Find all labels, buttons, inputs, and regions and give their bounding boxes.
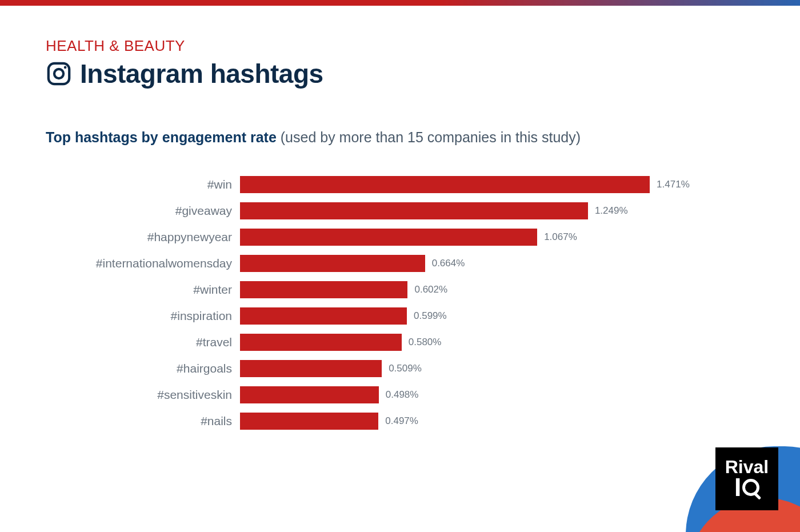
value-label: 0.497%	[385, 415, 418, 427]
subtitle-bold: Top hashtags by engagement rate	[46, 129, 277, 145]
bar-cell: 0.602%	[240, 281, 754, 298]
instagram-icon	[46, 61, 72, 87]
chart-row: #travel0.580%	[51, 329, 754, 355]
bar-cell: 1.471%	[240, 176, 754, 193]
svg-point-1	[54, 69, 63, 78]
rival-iq-logo: Rival I	[715, 447, 778, 510]
chart-row: #nails0.497%	[51, 408, 754, 434]
eyebrow-text: HEALTH & BEAUTY	[46, 37, 754, 55]
bar-cell: 1.067%	[240, 229, 754, 246]
bar	[240, 360, 382, 377]
y-axis-label: #nails	[51, 414, 240, 428]
logo-letter-i: I	[734, 475, 741, 499]
y-axis-label: #giveaway	[51, 204, 240, 218]
bar-cell: 0.509%	[240, 360, 754, 377]
y-axis-label: #travel	[51, 335, 240, 349]
chart-row: #giveaway1.249%	[51, 198, 754, 224]
y-axis-label: #happynewyear	[51, 230, 240, 244]
value-label: 0.599%	[414, 310, 447, 322]
bar-cell: 0.497%	[240, 413, 754, 430]
chart-row: #happynewyear1.067%	[51, 224, 754, 250]
y-axis-label: #inspiration	[51, 309, 240, 323]
svg-point-2	[64, 66, 67, 69]
logo-line-1: Rival	[725, 458, 769, 475]
value-label: 0.580%	[409, 337, 442, 348]
magnifier-icon	[742, 479, 759, 496]
title-row: Instagram hashtags	[46, 58, 754, 89]
bar	[240, 334, 402, 351]
bar	[240, 281, 407, 298]
top-accent-bar	[0, 0, 800, 6]
value-label: 1.471%	[657, 179, 690, 190]
chart-row: #internationalwomensday0.664%	[51, 250, 754, 277]
chart-row: #winter0.602%	[51, 277, 754, 303]
y-axis-label: #winter	[51, 283, 240, 297]
bar-cell: 0.599%	[240, 307, 754, 325]
bar	[240, 413, 378, 430]
bar	[240, 229, 537, 246]
bar-cell: 0.498%	[240, 386, 754, 403]
value-label: 0.602%	[414, 284, 447, 295]
chart-row: #inspiration0.599%	[51, 303, 754, 329]
y-axis-label: #sensitiveskin	[51, 388, 240, 402]
bar	[240, 176, 650, 193]
chart-row: #hairgoals0.509%	[51, 355, 754, 382]
bar-chart: #win1.471%#giveaway1.249%#happynewyear1.…	[51, 171, 754, 434]
page-title: Instagram hashtags	[80, 58, 323, 89]
bar-cell: 0.664%	[240, 255, 754, 272]
value-label: 1.067%	[544, 231, 577, 243]
bar-cell: 1.249%	[240, 202, 754, 219]
bar	[240, 386, 379, 403]
chart-row: #win1.471%	[51, 171, 754, 198]
chart-row: #sensitiveskin0.498%	[51, 382, 754, 408]
subtitle-rest: (used by more than 15 companies in this …	[277, 129, 581, 145]
svg-rect-0	[49, 63, 69, 84]
value-label: 0.498%	[386, 389, 419, 401]
bar	[240, 202, 588, 219]
value-label: 1.249%	[595, 205, 628, 217]
y-axis-label: #hairgoals	[51, 362, 240, 375]
bar	[240, 255, 425, 272]
y-axis-label: #internationalwomensday	[51, 257, 240, 270]
y-axis-label: #win	[51, 178, 240, 191]
bar-cell: 0.580%	[240, 334, 754, 351]
value-label: 0.509%	[389, 363, 422, 374]
logo-line-2: I	[734, 475, 759, 499]
slide-content: HEALTH & BEAUTY Instagram hashtags Top h…	[0, 6, 800, 434]
chart-subtitle: Top hashtags by engagement rate (used by…	[46, 129, 754, 146]
bar	[240, 307, 407, 325]
value-label: 0.664%	[432, 258, 465, 269]
